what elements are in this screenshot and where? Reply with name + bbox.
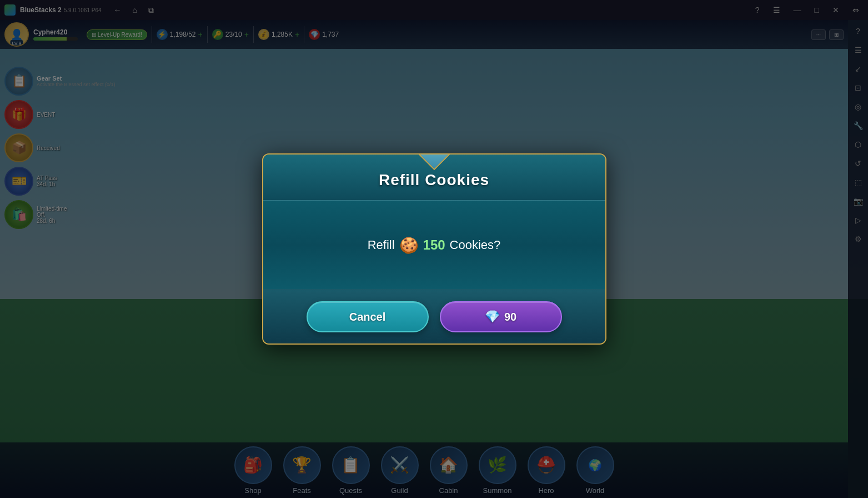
confirm-cost: 90: [504, 311, 516, 323]
dialog-body: Refill 🍪 150 Cookies?: [263, 201, 605, 290]
dialog-pre-text: Refill: [368, 238, 395, 252]
dialog-title: Refill Cookies: [379, 171, 489, 188]
cancel-button[interactable]: Cancel: [307, 301, 429, 332]
dialog-message: Refill 🍪 150 Cookies?: [368, 236, 501, 255]
confirm-button[interactable]: 💎 90: [440, 301, 562, 332]
dialog-footer: Cancel 💎 90: [263, 290, 605, 343]
modal-overlay: Refill Cookies Refill 🍪 150 Cookies? Can…: [0, 0, 868, 498]
dialog-amount: 150: [423, 237, 445, 253]
dialog-post-text: Cookies?: [450, 238, 501, 252]
refill-dialog: Refill Cookies Refill 🍪 150 Cookies? Can…: [262, 153, 606, 345]
cookie-icon: 🍪: [399, 236, 419, 255]
confirm-gem-icon: 💎: [485, 310, 500, 324]
